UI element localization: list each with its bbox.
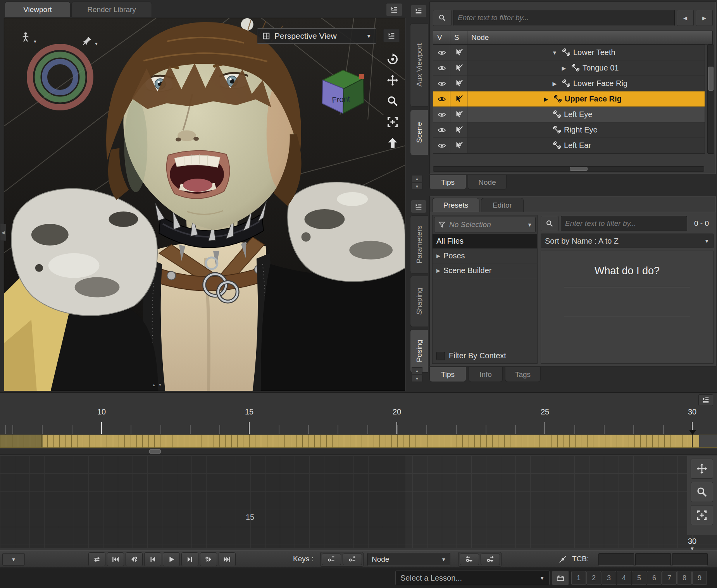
selectability-toggle[interactable] [450,45,467,60]
key-scope-dropdown[interactable]: Node ▼ [367,553,450,566]
column-selection[interactable]: S [450,31,467,44]
tab-tags[interactable]: Tags [505,367,541,382]
orbit-camera-button[interactable] [384,51,401,68]
tab-tips-scene[interactable]: Tips [429,175,466,190]
expander-icon[interactable]: ▼ [551,50,558,56]
lesson-step-3-button[interactable]: 3 [602,571,616,585]
list-item-scene-builder[interactable]: ▶ Scene Builder [433,263,537,278]
visibility-toggle[interactable] [433,122,450,138]
add-key-button[interactable] [343,554,362,565]
lesson-step-9-button[interactable]: 9 [692,571,707,585]
tab-aux-viewport[interactable]: Aux Viewport [410,23,428,107]
lesson-step-2-button[interactable]: 2 [586,571,601,585]
dock-pane-menu-button[interactable] [411,200,426,213]
lesson-step-4-button[interactable]: 4 [617,571,631,585]
scene-horizontal-scrollbar[interactable] [433,166,704,172]
pan-camera-button[interactable] [384,72,401,89]
tcb-tension-field[interactable] [598,553,634,566]
orbit-rings-widget[interactable] [24,41,96,113]
filter-by-context-control[interactable]: Filter By Context [436,351,506,360]
visibility-toggle[interactable] [433,76,450,91]
scene-filter-input[interactable] [454,10,674,26]
next-key-jump-button[interactable] [481,554,500,565]
timeline-ruler[interactable]: 10 15 20 25 30 [0,405,717,435]
expander-icon[interactable]: ▶ [551,81,558,87]
tree-row-tongue-01[interactable]: ▶ Tongue 01 [433,60,705,76]
tab-viewport[interactable]: Viewport [5,2,71,17]
delete-key-button[interactable] [322,554,341,565]
loop-button[interactable] [88,552,105,566]
lesson-step-1-button[interactable]: 1 [571,571,586,585]
tab-posing[interactable]: Posing [410,329,428,373]
scene-filter-field[interactable] [453,10,675,26]
playhead-line[interactable] [692,435,693,447]
play-button[interactable] [163,552,180,566]
left-dock-collapse-button[interactable]: ◀ [0,224,6,241]
column-node[interactable]: Node [467,31,712,44]
go-to-start-button[interactable] [107,552,124,566]
tree-row-left-ear[interactable]: Left Ear [433,138,705,153]
keyframe-band[interactable] [0,435,717,448]
preset-filter-field[interactable] [561,216,687,231]
next-frame-button[interactable] [181,552,198,566]
selectability-toggle[interactable] [450,122,467,138]
visibility-toggle[interactable] [433,60,450,76]
selection-forward-button[interactable]: ▶ [696,10,713,26]
tcb-continuity-field[interactable] [635,553,671,566]
pane-scroll-down-button[interactable]: ▼ [412,183,422,190]
tab-scene[interactable]: Scene [410,110,428,155]
timeline-pan-button[interactable] [691,459,713,479]
lesson-select-dropdown[interactable]: Select a Lesson... ▼ [395,571,550,585]
tab-info[interactable]: Info [469,367,503,382]
visibility-toggle[interactable] [433,107,450,122]
view-selector-dropdown[interactable]: Perspective View ▼ [257,28,376,44]
tcb-key-button[interactable] [556,554,570,565]
lesson-step-5-button[interactable]: 5 [632,571,646,585]
tab-shaping[interactable]: Shaping [410,276,428,327]
tree-row-upper-face-rig[interactable]: ▶ Upper Face Rig [433,91,705,107]
expander-icon[interactable]: ▶ [436,253,440,259]
view-cube[interactable]: Front [319,65,367,119]
timeline-pane-menu-button[interactable] [698,394,713,406]
view-pane-menu-button[interactable] [383,29,400,42]
expander-icon[interactable]: ▶ [560,65,568,71]
tree-row-right-eye[interactable]: Right Eye [433,122,705,138]
previous-frame-button[interactable] [144,552,161,566]
next-key-button[interactable] [200,552,217,566]
selectability-toggle[interactable] [450,107,467,122]
list-item-all-files[interactable]: All Files [433,234,537,249]
visibility-toggle[interactable] [433,138,450,153]
reset-camera-button[interactable] [384,134,401,151]
previous-key-button[interactable] [126,552,143,566]
viewport-pane-menu-button[interactable] [386,3,402,16]
list-item-poses[interactable]: ▶ Poses [433,249,537,263]
selectability-toggle[interactable] [450,138,467,153]
frame-camera-button[interactable] [384,113,401,131]
timeline-options-dropdown[interactable]: ▼ [2,553,25,566]
tab-node[interactable]: Node [468,175,507,190]
scrollbar-thumb[interactable] [149,449,161,454]
column-visibility[interactable]: V [433,31,450,44]
scrollbar-thumb[interactable] [570,167,588,171]
timeline-zoom-button[interactable] [691,482,713,502]
visibility-toggle[interactable] [433,91,450,107]
preset-filter-input[interactable] [561,216,687,231]
tab-presets[interactable]: Presets [432,198,479,212]
playhead-marker[interactable] [689,430,696,435]
zoom-camera-button[interactable] [384,93,401,110]
visibility-toggle[interactable] [433,45,450,60]
pane-scroll-up-button[interactable]: ▲ [412,367,422,374]
tab-parameters[interactable]: Parameters [410,215,428,273]
selection-filter-dropdown[interactable]: No Selection ▼ [434,217,536,232]
dope-sheet-grid[interactable]: 15 30 ▼ [0,456,717,548]
tree-row-lower-face-rig[interactable]: ▶ Lower Face Rig [433,76,705,91]
lesson-step-6-button[interactable]: 6 [647,571,662,585]
tcb-bias-field[interactable] [672,553,708,566]
expander-icon[interactable]: ▶ [436,268,440,273]
pane-scroll-down-button[interactable]: ▼ [412,375,422,382]
selectability-toggle[interactable] [450,91,467,107]
tab-editor[interactable]: Editor [481,198,524,212]
tab-tips-presets[interactable]: Tips [429,367,466,382]
selectability-toggle[interactable] [450,60,467,76]
expander-icon[interactable]: ▶ [542,96,550,102]
